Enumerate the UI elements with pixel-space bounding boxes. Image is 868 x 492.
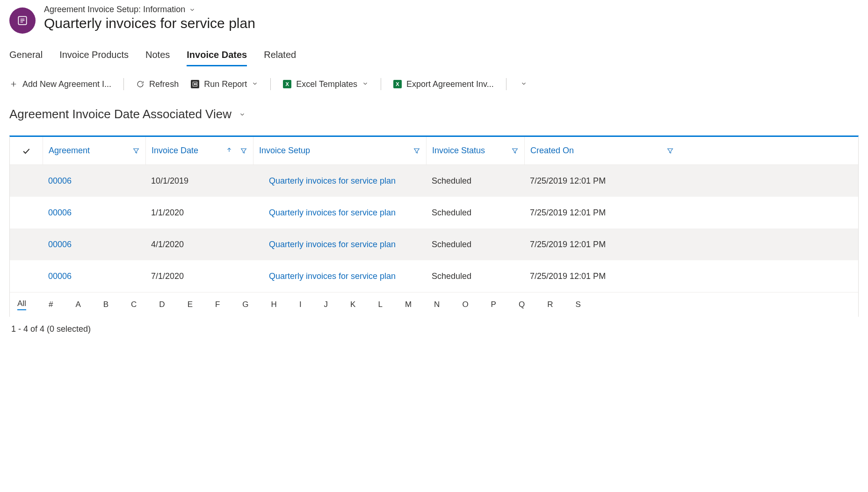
chevron-down-icon bbox=[239, 111, 246, 118]
column-header-invoice-date[interactable]: Invoice Date bbox=[145, 137, 253, 164]
chevron-down-icon bbox=[362, 79, 369, 89]
cell-created-on: 7/25/2019 12:01 PM bbox=[524, 176, 679, 186]
select-all-checkbox[interactable] bbox=[10, 137, 43, 164]
alpha-filter-l[interactable]: L bbox=[378, 300, 382, 309]
export-button[interactable]: X Export Agreement Inv... bbox=[393, 79, 494, 89]
cell-created-on: 7/25/2019 12:01 PM bbox=[524, 271, 679, 281]
cell-agreement[interactable]: 00006 bbox=[43, 240, 145, 250]
breadcrumb-text: Agreement Invoice Setup: Information bbox=[44, 5, 185, 14]
alpha-filter-e[interactable]: E bbox=[188, 300, 193, 309]
refresh-icon bbox=[136, 80, 145, 88]
alpha-filter-f[interactable]: F bbox=[215, 300, 220, 309]
alpha-filter-q[interactable]: Q bbox=[519, 300, 525, 309]
chevron-down-icon bbox=[189, 7, 195, 13]
alpha-filter-#[interactable]: # bbox=[49, 300, 53, 309]
cell-invoice-date: 4/1/2020 bbox=[145, 240, 253, 250]
chevron-down-icon bbox=[521, 79, 527, 89]
sort-asc-icon bbox=[226, 146, 232, 156]
column-header-created-on[interactable]: Created On bbox=[524, 137, 679, 164]
header-label: Invoice Date bbox=[152, 146, 198, 156]
run-report-button[interactable]: Run Report bbox=[191, 79, 258, 89]
cell-invoice-setup[interactable]: Quarterly invoices for service plan bbox=[253, 176, 426, 186]
header-label: Created On bbox=[530, 146, 574, 156]
record-header: Agreement Invoice Setup: Information Qua… bbox=[9, 5, 859, 34]
report-icon bbox=[191, 80, 199, 88]
filter-icon[interactable] bbox=[413, 147, 420, 155]
alpha-filter-n[interactable]: N bbox=[434, 300, 440, 309]
separator bbox=[506, 78, 506, 90]
cell-agreement[interactable]: 00006 bbox=[43, 208, 145, 218]
alpha-filter-r[interactable]: R bbox=[547, 300, 553, 309]
alpha-filter-p[interactable]: P bbox=[491, 300, 496, 309]
alpha-filter-k[interactable]: K bbox=[350, 300, 355, 309]
alpha-filter-b[interactable]: B bbox=[103, 300, 108, 309]
table-row[interactable]: 000064/1/2020Quarterly invoices for serv… bbox=[10, 228, 858, 260]
excel-icon: X bbox=[393, 80, 402, 88]
run-report-label: Run Report bbox=[204, 79, 247, 89]
alpha-filter-o[interactable]: O bbox=[462, 300, 468, 309]
cell-invoice-setup[interactable]: Quarterly invoices for service plan bbox=[253, 208, 426, 218]
alpha-filter-c[interactable]: C bbox=[131, 300, 137, 309]
view-selector[interactable]: Agreement Invoice Date Associated View bbox=[9, 107, 859, 121]
alpha-filter-s[interactable]: S bbox=[575, 300, 580, 309]
plus-icon bbox=[9, 80, 18, 88]
excel-templates-label: Excel Templates bbox=[296, 79, 357, 89]
cell-invoice-status: Scheduled bbox=[426, 240, 524, 250]
excel-templates-button[interactable]: X Excel Templates bbox=[283, 79, 369, 89]
grid-body: 0000610/1/2019Quarterly invoices for ser… bbox=[10, 165, 858, 292]
record-count-status: 1 - 4 of 4 (0 selected) bbox=[9, 317, 859, 334]
more-commands-button[interactable] bbox=[519, 79, 529, 89]
alpha-filter-d[interactable]: D bbox=[159, 300, 165, 309]
alpha-filter-g[interactable]: G bbox=[242, 300, 248, 309]
alpha-filter-all[interactable]: All bbox=[17, 299, 26, 310]
cell-invoice-status: Scheduled bbox=[426, 271, 524, 281]
alpha-filter-i[interactable]: I bbox=[299, 300, 302, 309]
grid-header: Agreement Invoice Date Invoice Setup Inv… bbox=[10, 137, 858, 165]
separator bbox=[123, 78, 124, 90]
table-row[interactable]: 0000610/1/2019Quarterly invoices for ser… bbox=[10, 165, 858, 197]
cell-created-on: 7/25/2019 12:01 PM bbox=[524, 208, 679, 218]
filter-icon[interactable] bbox=[511, 147, 519, 155]
column-header-invoice-status[interactable]: Invoice Status bbox=[426, 137, 524, 164]
export-label: Export Agreement Inv... bbox=[406, 79, 494, 89]
tab-related[interactable]: Related bbox=[264, 48, 296, 66]
alpha-filter-bar: All#ABCDEFGHIJKLMNOPQRS bbox=[10, 292, 858, 317]
alpha-filter-j[interactable]: J bbox=[324, 300, 328, 309]
column-header-agreement[interactable]: Agreement bbox=[43, 137, 145, 164]
filter-icon[interactable] bbox=[666, 147, 674, 155]
entity-icon bbox=[9, 7, 36, 34]
separator bbox=[270, 78, 271, 90]
header-label: Invoice Status bbox=[432, 146, 485, 156]
cell-invoice-date: 10/1/2019 bbox=[145, 176, 253, 186]
separator bbox=[381, 78, 381, 90]
add-label: Add New Agreement I... bbox=[22, 79, 111, 89]
alpha-filter-a[interactable]: A bbox=[75, 300, 80, 309]
alpha-filter-h[interactable]: H bbox=[271, 300, 277, 309]
cell-created-on: 7/25/2019 12:01 PM bbox=[524, 240, 679, 250]
cell-agreement[interactable]: 00006 bbox=[43, 176, 145, 186]
refresh-button[interactable]: Refresh bbox=[136, 79, 179, 89]
alpha-filter-m[interactable]: M bbox=[405, 300, 412, 309]
chevron-down-icon bbox=[252, 79, 258, 89]
table-row[interactable]: 000061/1/2020Quarterly invoices for serv… bbox=[10, 197, 858, 228]
cell-invoice-status: Scheduled bbox=[426, 208, 524, 218]
record-title: Quarterly invoices for service plan bbox=[44, 15, 255, 31]
add-new-button[interactable]: Add New Agreement I... bbox=[9, 79, 111, 89]
command-bar: Add New Agreement I... Refresh Run Repor… bbox=[9, 78, 859, 90]
breadcrumb[interactable]: Agreement Invoice Setup: Information bbox=[44, 5, 255, 14]
view-title: Agreement Invoice Date Associated View bbox=[9, 107, 231, 121]
header-label: Invoice Setup bbox=[259, 146, 310, 156]
table-row[interactable]: 000067/1/2020Quarterly invoices for serv… bbox=[10, 260, 858, 292]
cell-invoice-setup[interactable]: Quarterly invoices for service plan bbox=[253, 271, 426, 281]
tab-invoice-products[interactable]: Invoice Products bbox=[59, 48, 129, 66]
tab-general[interactable]: General bbox=[9, 48, 43, 66]
cell-invoice-date: 1/1/2020 bbox=[145, 208, 253, 218]
tab-notes[interactable]: Notes bbox=[145, 48, 170, 66]
column-header-invoice-setup[interactable]: Invoice Setup bbox=[253, 137, 426, 164]
filter-icon[interactable] bbox=[132, 147, 140, 155]
cell-invoice-setup[interactable]: Quarterly invoices for service plan bbox=[253, 240, 426, 250]
tab-invoice-dates[interactable]: Invoice Dates bbox=[187, 48, 247, 66]
cell-agreement[interactable]: 00006 bbox=[43, 271, 145, 281]
data-grid: Agreement Invoice Date Invoice Setup Inv… bbox=[9, 135, 859, 317]
filter-icon[interactable] bbox=[240, 147, 247, 155]
